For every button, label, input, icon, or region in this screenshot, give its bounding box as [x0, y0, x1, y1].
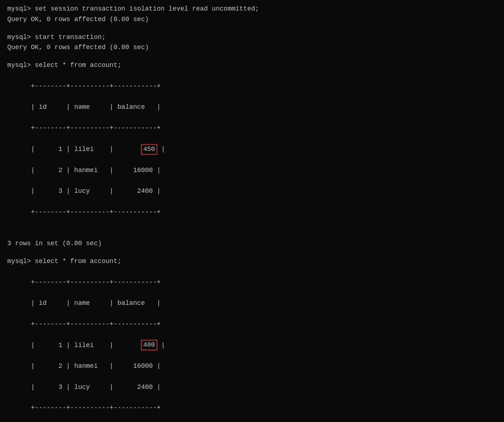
table-2-row-2: | 2 | hanmei | 16000 | — [31, 362, 161, 370]
highlighted-balance-2: 400 — [141, 340, 157, 350]
highlighted-balance-1: 450 — [141, 144, 157, 155]
result-start-transaction: Query OK, 0 rows affected (0.00 sec) — [7, 42, 497, 53]
prompt-start-transaction: mysql> start transaction; — [7, 32, 497, 43]
block-select-1: mysql> select * from account; +--------+… — [7, 60, 497, 249]
table-1-row-1: | 1 | lilei | 450 | — [31, 146, 165, 153]
table-1-row-3: | 3 | lucy | 2400 | — [31, 187, 161, 195]
table-1-sep-header: +--------+----------+-----------+ — [31, 124, 161, 132]
table-2-sep-bottom: +--------+----------+-----------+ — [31, 404, 161, 411]
block-set-session: mysql> set session transaction isolation… — [7, 4, 497, 25]
table-2-header: | id | name | balance | — [31, 299, 161, 307]
result-select-1: 3 rows in set (0.00 sec) — [7, 238, 497, 249]
table-2-row-3: | 3 | lucy | 2400 | — [31, 383, 161, 391]
table-1-row-2: | 2 | hanmei | 16000 | — [31, 167, 161, 174]
table-2-sep-top: +--------+----------+-----------+ — [31, 279, 161, 286]
table-1: +--------+----------+-----------+ | id |… — [7, 71, 497, 238]
prompt-set-session: mysql> set session transaction isolation… — [7, 4, 497, 14]
table-1-sep-top: +--------+----------+-----------+ — [31, 83, 161, 90]
prompt-select-1: mysql> select * from account; — [7, 60, 497, 71]
block-start-transaction: mysql> start transaction; Query OK, 0 ro… — [7, 32, 497, 53]
table-2-row-1: | 1 | lilei | 400 | — [31, 342, 165, 349]
prompt-select-2: mysql> select * from account; — [7, 256, 497, 267]
table-1-header: | id | name | balance | — [31, 103, 161, 111]
block-select-2: mysql> select * from account; +--------+… — [7, 256, 497, 422]
result-set-session: Query OK, 0 rows affected (0.00 sec) — [7, 14, 497, 25]
table-2: +--------+----------+-----------+ | id |… — [7, 267, 497, 422]
table-2-sep-header: +--------+----------+-----------+ — [31, 321, 161, 328]
terminal: mysql> set session transaction isolation… — [7, 4, 497, 422]
table-1-sep-bottom: +--------+----------+-----------+ — [31, 208, 161, 216]
